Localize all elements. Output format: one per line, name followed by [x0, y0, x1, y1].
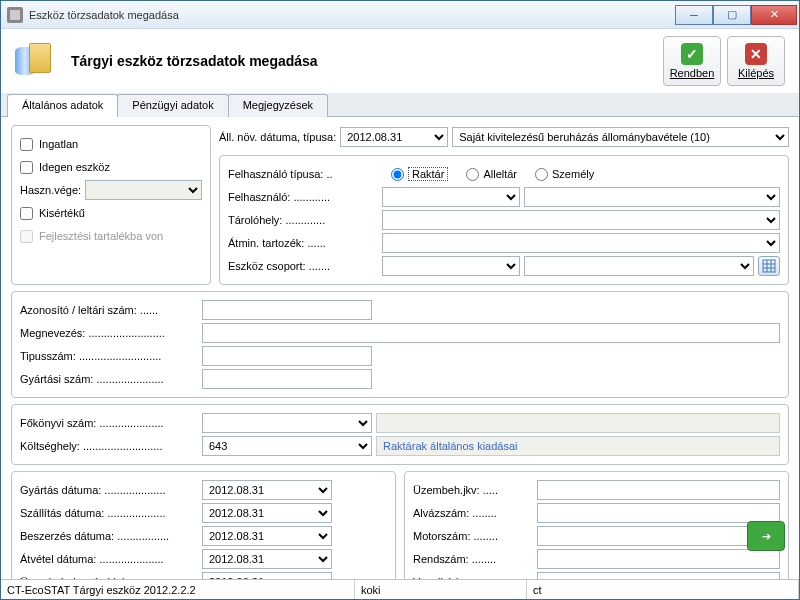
exit-button[interactable]: ✕ Kilépés: [727, 36, 785, 86]
all-nov-type[interactable]: Saját kivitelezésű beruházás állományba​…: [452, 127, 789, 147]
maximize-button[interactable]: ▢: [713, 5, 751, 25]
svg-rect-0: [763, 260, 775, 272]
tipusszam-input[interactable]: [202, 346, 372, 366]
ok-label: Rendben: [670, 67, 715, 79]
fokonyvi-label: Főkönyvi szám: .....................: [20, 417, 198, 429]
vonalkod-label: Vonalkód: ...........: [413, 576, 533, 579]
uzembe-ideje-input[interactable]: 2012.08.31: [202, 572, 332, 579]
fokonyvi-desc: [376, 413, 780, 433]
titlebar: Eszköz törzsadatok megadása ─ ▢ ✕: [1, 1, 799, 29]
koltseghely-label: Költséghely: ..........................: [20, 440, 198, 452]
szallitas-datuma-input[interactable]: 2012.08.31: [202, 503, 332, 523]
uzembe-ideje-label: Üzembehelyezés ideje: ..........: [20, 576, 198, 579]
eszkoz-csoport-label: Eszköz csoport: .......: [228, 260, 378, 272]
felhasznalo-label: Felhasználó: ............: [228, 191, 378, 203]
uzemjkv-label: Üzembeh.jkv: .....: [413, 484, 533, 496]
header-icon: [15, 43, 51, 79]
alvazszam-label: Alvázszám: ........: [413, 507, 533, 519]
haszn-vege-label: Haszn.vége:: [20, 184, 81, 196]
gyartasi-szam-label: Gyártási szám: ......................: [20, 373, 198, 385]
haszn-vege-select[interactable]: [85, 180, 202, 200]
rendszam-input[interactable]: [537, 549, 780, 569]
next-button[interactable]: ➔: [747, 521, 785, 551]
header: Tárgyi eszköz törzsadatok megadása ✓ Ren…: [1, 29, 799, 93]
app-icon: [7, 7, 23, 23]
tabs: Általános adatok Pénzügyi adatok Megjegy…: [1, 93, 799, 117]
all-nov-date[interactable]: 2012.08.31: [340, 127, 448, 147]
chk-ingatlan[interactable]: Ingatlan: [20, 133, 202, 155]
page-title: Tárgyi eszköz törzsadatok megadása: [71, 53, 643, 69]
radio-szemely[interactable]: Személy: [535, 168, 594, 181]
megnevezes-input[interactable]: [202, 323, 780, 343]
tarolohely-label: Tárolóhely: .............: [228, 214, 378, 226]
motorszam-input[interactable]: [537, 526, 780, 546]
left-panel: Ingatlan Idegen eszköz Haszn.vége: Kisér…: [11, 125, 211, 285]
chk-idegen[interactable]: Idegen eszköz: [20, 156, 202, 178]
chk-fejl-tartalek: Fejlesztési tartalékba von: [20, 225, 202, 247]
alvazszam-input[interactable]: [537, 503, 780, 523]
koltseghely-desc: Raktárak általános kiadásai: [376, 436, 780, 456]
statusbar: CT-EcoSTAT Tárgyi eszköz 2012.2.2.2 koki…: [1, 579, 799, 599]
check-icon: ✓: [681, 43, 703, 65]
beszerzes-datuma-input[interactable]: 2012.08.31: [202, 526, 332, 546]
felhasznalo-select1[interactable]: [382, 187, 520, 207]
gyartas-datuma-label: Gyártás dátuma: ....................: [20, 484, 198, 496]
radio-raktar[interactable]: Raktár: [391, 167, 448, 181]
motorszam-label: Motorszám: ........: [413, 530, 533, 542]
tarolohely-select[interactable]: [382, 210, 780, 230]
tab-penzugyi[interactable]: Pénzügyi adatok: [117, 94, 228, 117]
felh-tipusa-radio-group: Raktár Alleltár Személy: [382, 164, 603, 184]
atmin-select[interactable]: [382, 233, 780, 253]
atmin-label: Átmin. tartozék: ......: [228, 237, 378, 249]
arrow-right-icon: ➔: [762, 530, 771, 543]
azonosito-label: Azonosító / leltári szám: ......: [20, 304, 198, 316]
felhasznalo-select2[interactable]: [524, 187, 780, 207]
tab-altalanos[interactable]: Általános adatok: [7, 94, 118, 117]
status-ctx: ct: [527, 580, 799, 599]
gyartas-datuma-input[interactable]: 2012.08.31: [202, 480, 332, 500]
atvetel-datuma-label: Átvétel dátuma: .....................: [20, 553, 198, 565]
beszerzes-datuma-label: Beszerzés dátuma: .................: [20, 530, 198, 542]
minimize-button[interactable]: ─: [675, 5, 713, 25]
uzemjkv-input[interactable]: [537, 480, 780, 500]
megnevezes-label: Megnevezés: .........................: [20, 327, 198, 339]
status-user: koki: [355, 580, 527, 599]
fokonyvi-select[interactable]: [202, 413, 372, 433]
rendszam-label: Rendszám: ........: [413, 553, 533, 565]
tipusszam-label: Tipusszám: ...........................: [20, 350, 198, 362]
felh-tipusa-label: Felhasználó típusa: ..: [228, 168, 378, 180]
all-nov-label: Áll. növ. dátuma, típusa:: [219, 131, 336, 143]
atvetel-datuma-input[interactable]: 2012.08.31: [202, 549, 332, 569]
close-button[interactable]: ✕: [751, 5, 797, 25]
koltseghely-select[interactable]: 643: [202, 436, 372, 456]
azonosito-input[interactable]: [202, 300, 372, 320]
chk-kiserteku[interactable]: Kisértékű: [20, 202, 202, 224]
tab-megjegyzesek[interactable]: Megjegyzések: [228, 94, 328, 117]
radio-alleltar[interactable]: Alleltár: [466, 168, 517, 181]
eszkoz-csoport-select1[interactable]: [382, 256, 520, 276]
close-icon: ✕: [745, 43, 767, 65]
status-app: CT-EcoSTAT Tárgyi eszköz 2012.2.2.2: [1, 580, 355, 599]
grid-button[interactable]: [758, 256, 780, 276]
window-title: Eszköz törzsadatok megadása: [29, 9, 675, 21]
exit-label: Kilépés: [738, 67, 774, 79]
vonalkod-input[interactable]: [537, 572, 780, 579]
eszkoz-csoport-select2[interactable]: [524, 256, 754, 276]
gyartasi-szam-input[interactable]: [202, 369, 372, 389]
szallitas-datuma-label: Szállítás dátuma: ...................: [20, 507, 198, 519]
ok-button[interactable]: ✓ Rendben: [663, 36, 721, 86]
